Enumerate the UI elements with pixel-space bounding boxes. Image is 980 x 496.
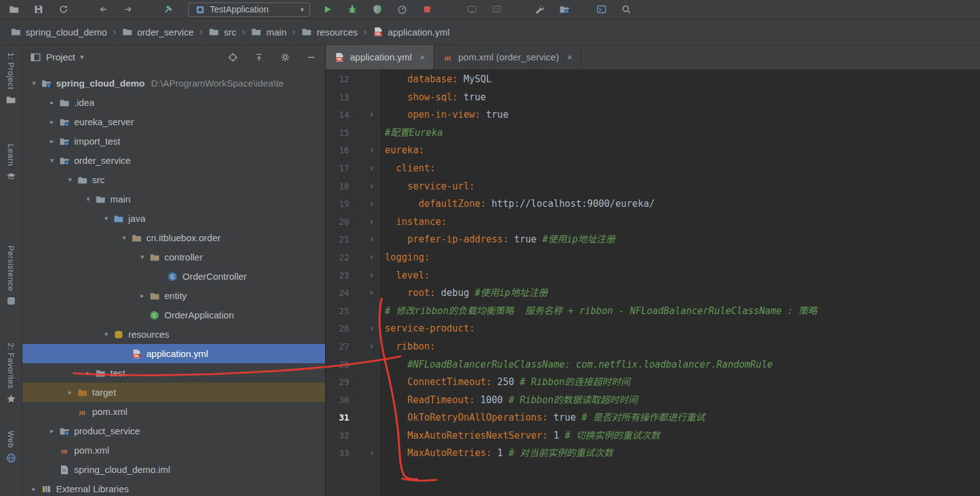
build-hammer-button[interactable] — [159, 2, 177, 17]
tree-item-cn-itbluebox-order[interactable]: ▾cn.itbluebox.order — [22, 228, 325, 247]
project-panel-title[interactable]: Project — [46, 52, 75, 62]
line-number[interactable]: 13 — [326, 88, 349, 107]
settings-button[interactable] — [279, 51, 291, 64]
code-line-27[interactable]: 27∨ ribbon: — [326, 338, 980, 356]
code-line-24[interactable]: 24∧ root: debug #使用ip地址注册 — [326, 284, 980, 302]
tree-toggle-icon[interactable]: ▸ — [136, 292, 149, 300]
back-button[interactable] — [95, 2, 112, 17]
tree-item-controller[interactable]: ▾controller — [22, 247, 325, 267]
code-line-18[interactable]: 18∨ service-url: — [326, 178, 980, 196]
code-line-25[interactable]: 25# 修改ribbon的负载均衡策略 服务名称 + ribbon - NFLo… — [326, 302, 980, 320]
tree-toggle-icon[interactable]: ▾ — [118, 234, 131, 242]
profiler-button[interactable] — [393, 2, 411, 17]
tree-toggle-icon[interactable]: ▾ — [27, 79, 40, 87]
line-number[interactable]: 30 — [326, 391, 349, 409]
tree-item-java[interactable]: ▾java — [22, 209, 325, 228]
line-number[interactable]: 12 — [326, 70, 349, 88]
line-number[interactable]: 24 — [326, 284, 349, 302]
breadcrumb-item-application-yml[interactable]: YMLapplication.yml — [372, 27, 450, 37]
tree-item-pom-xml[interactable]: mpom.xml — [22, 402, 325, 421]
fold-marker-icon[interactable]: ∧ — [349, 231, 379, 249]
fold-marker-icon[interactable]: ∧ — [349, 195, 379, 213]
line-number[interactable]: 26 — [326, 320, 349, 338]
tree-item-orderapplication[interactable]: COrderApplication — [22, 305, 325, 325]
tree-item-product-service[interactable]: ▸product_service — [22, 421, 325, 441]
line-number[interactable]: 15 — [326, 124, 349, 142]
fold-marker-icon[interactable]: ∨ — [349, 267, 379, 285]
code-line-15[interactable]: 15#配置Eureka — [326, 124, 980, 142]
code-line-12[interactable]: 12 database: MySQL — [326, 70, 980, 88]
editor-tab-pom-xml-order-service[interactable]: mpom.xml (order_service)× — [434, 45, 581, 69]
tool-window-button-learn[interactable]: Learn — [6, 144, 17, 182]
line-number[interactable]: 14 — [326, 106, 349, 124]
tree-toggle-icon[interactable]: ▾ — [45, 156, 59, 165]
line-number[interactable]: 21 — [326, 231, 349, 249]
chevron-down-icon[interactable]: ▾ — [80, 53, 84, 61]
line-number[interactable]: 29 — [326, 373, 349, 391]
code-area[interactable]: 12 database: MySQL13 show-sql: true14∧ o… — [326, 70, 980, 496]
attach-1-button[interactable] — [463, 2, 481, 17]
fold-marker-icon[interactable]: ∨ — [349, 213, 379, 231]
tree-item-pom-xml[interactable]: mpom.xml — [22, 441, 325, 460]
tree-item-resources[interactable]: ▾resources — [22, 325, 325, 344]
code-line-19[interactable]: 19∧ defaultZone: http://localhost:9000/e… — [326, 195, 980, 213]
tool-window-button-2-favorites[interactable]: 2: Favorites — [6, 343, 17, 404]
tree-toggle-icon[interactable]: ▸ — [45, 98, 59, 107]
stop-button[interactable] — [418, 2, 436, 17]
breadcrumb-item-resources[interactable]: resources — [301, 27, 358, 37]
code-line-14[interactable]: 14∧ open-in-view: true — [326, 106, 980, 124]
line-number[interactable]: 27 — [326, 338, 349, 356]
run-config-combo[interactable]: TestApplication▾ — [188, 2, 310, 17]
tree-item-import-test[interactable]: ▸import_test — [22, 131, 325, 151]
line-number[interactable]: 19 — [326, 195, 349, 213]
code-line-32[interactable]: 32 MaxAutoRetriesNextServer: 1 # 切换实例的重试… — [326, 427, 980, 445]
tree-toggle-icon[interactable]: ▸ — [64, 388, 77, 396]
fold-marker-icon[interactable]: ∨ — [349, 178, 379, 196]
tree-toggle-icon[interactable]: ▸ — [45, 118, 59, 126]
line-number[interactable]: 32 — [326, 427, 349, 445]
code-line-13[interactable]: 13 show-sql: true — [326, 88, 980, 107]
tree-toggle-icon[interactable]: ▸ — [45, 427, 59, 435]
code-line-26[interactable]: 26∨service-product: — [326, 320, 980, 338]
code-line-33[interactable]: 33∧ MaxAutoRetries: 1 # 对当前实例的重试次数 — [326, 444, 980, 462]
tree-item-entity[interactable]: ▸entity — [22, 286, 325, 305]
tool-window-button-persistence[interactable]: Persistence — [6, 246, 17, 307]
fold-marker-icon[interactable]: ∧ — [349, 444, 379, 462]
tree-item-external-libraries[interactable]: ▸External Libraries — [22, 479, 325, 496]
synchronize-button[interactable] — [55, 2, 72, 17]
run-button[interactable] — [319, 2, 336, 17]
tree-item-ordercontroller[interactable]: COrderController — [22, 267, 325, 286]
tree-item-application-yml[interactable]: YMLapplication.yml — [22, 344, 325, 363]
tree-item-spring-cloud-demo[interactable]: ▾spring_cloud_demoD:\AProgramWorkSpace\i… — [22, 74, 325, 93]
fold-marker-icon[interactable]: ∨ — [349, 320, 379, 338]
close-tab-icon[interactable]: × — [567, 52, 573, 62]
line-number[interactable]: 31 — [326, 409, 349, 427]
attach-2-button[interactable] — [488, 2, 506, 17]
coverage-button[interactable] — [369, 2, 386, 17]
line-number[interactable]: 17 — [326, 160, 349, 178]
code-line-17[interactable]: 17∨ client: — [326, 160, 980, 178]
forward-button[interactable] — [120, 2, 137, 17]
line-number[interactable]: 16 — [326, 141, 349, 160]
collapse-all-button[interactable] — [253, 51, 265, 64]
tree-item-order-service[interactable]: ▾order_service — [22, 151, 325, 170]
fold-marker-icon[interactable]: ∨ — [349, 141, 379, 160]
tree-item-src[interactable]: ▾src — [22, 170, 325, 189]
tool-window-button-web[interactable]: Web — [6, 431, 17, 464]
tree-toggle-icon[interactable]: ▾ — [82, 195, 95, 203]
tree-item-eureka-server[interactable]: ▸eureka_server — [22, 112, 325, 131]
terminal-button[interactable] — [593, 2, 610, 17]
code-line-30[interactable]: 30 ReadTimeout: 1000 # Ribbon的数据读取超时时间 — [326, 391, 980, 409]
tree-toggle-icon[interactable]: ▾ — [100, 330, 113, 338]
code-line-22[interactable]: 22∨logging: — [326, 249, 980, 267]
show-module-button[interactable] — [555, 2, 573, 17]
line-number[interactable]: 28 — [326, 356, 349, 374]
line-number[interactable]: 25 — [326, 302, 349, 320]
code-line-31[interactable]: 31 OkToRetryOnAllOperations: true # 是否对所… — [326, 409, 980, 427]
breadcrumb-item-src[interactable]: src — [208, 27, 236, 37]
line-number[interactable]: 22 — [326, 249, 349, 267]
breadcrumb-item-spring-cloud-demo[interactable]: spring_cloud_demo — [10, 27, 107, 37]
tree-item-target[interactable]: ▸target — [22, 383, 325, 402]
tree-item-idea[interactable]: ▸.idea — [22, 93, 325, 112]
code-line-28[interactable]: 28 #NFLoadBalancerRuleClassName: com.net… — [326, 356, 980, 374]
